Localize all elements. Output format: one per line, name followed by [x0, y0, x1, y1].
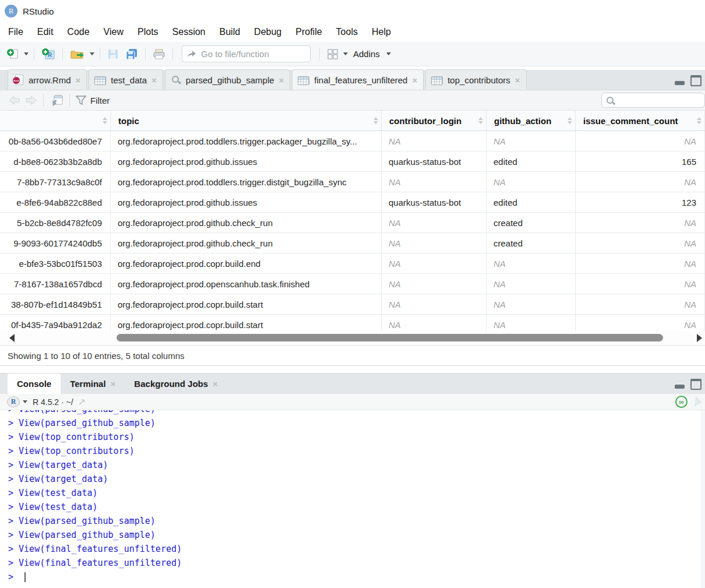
clear-console-icon[interactable] [695, 396, 703, 408]
menu-item[interactable]: Profile [288, 27, 329, 37]
console-output[interactable]: > View(parsed_github_sample) > View(pars… [0, 410, 705, 588]
panes-dropdown-icon[interactable] [343, 52, 348, 55]
addins-button[interactable]: Addins [353, 49, 380, 59]
close-icon[interactable]: × [76, 75, 81, 85]
print-button[interactable] [151, 46, 167, 62]
cell-contributor-login: NA [382, 274, 487, 294]
scroll-right-arrow-icon[interactable] [697, 334, 702, 342]
console-pane-tab[interactable]: Background Jobs × [125, 374, 227, 394]
source-tab[interactable]: parsed_github_sample × [165, 69, 291, 90]
console-scrollbar[interactable] [701, 410, 705, 588]
cell-contributor-login: quarkus-status-bot [382, 152, 487, 171]
scrollbar-thumb[interactable] [117, 334, 663, 341]
new-project-button[interactable]: R [40, 46, 57, 62]
column-header[interactable]: contributor_login [382, 111, 487, 131]
cell-contributor-login: NA [382, 294, 487, 314]
menu-item[interactable]: Edit [30, 27, 61, 37]
sort-icon[interactable] [103, 117, 107, 124]
console-line: > View(target_data) [8, 458, 705, 472]
clipped-console-line: > View(parsed_github_sample) [8, 410, 705, 416]
column-header[interactable]: github_action [487, 111, 576, 131]
source-tab[interactable]: arrow.Rmd × [8, 69, 87, 90]
column-header[interactable]: issue_comment_count [576, 111, 705, 131]
cell-topic: org.fedoraproject.prod.copr.build.start [111, 315, 382, 331]
table-search-input[interactable] [618, 95, 696, 105]
column-header[interactable] [0, 111, 111, 131]
goto-file-search[interactable] [182, 45, 311, 62]
new-file-dropdown-icon[interactable] [24, 52, 29, 55]
cell-row-id: 38-807b-ef1d14849b51 [0, 294, 111, 314]
sort-icon[interactable] [373, 117, 378, 124]
console-pane-tab[interactable]: Console [8, 374, 61, 394]
console-line: > View(final_features_unfiltered) [8, 542, 705, 556]
table-search-box[interactable] [601, 93, 705, 108]
session-suspend-icon[interactable]: ∞ [675, 396, 688, 408]
menu-item[interactable]: Help [365, 27, 398, 37]
sort-icon[interactable] [697, 117, 702, 124]
close-icon[interactable]: × [151, 75, 157, 85]
panes-layout-button[interactable] [325, 46, 340, 62]
menu-item[interactable]: File [1, 27, 30, 37]
close-icon[interactable]: × [213, 379, 218, 389]
maximize-pane-icon[interactable] [690, 379, 702, 390]
cell-issue-comment-count: 123 [576, 192, 705, 212]
cell-github-action: NA [487, 315, 576, 331]
source-tab-bar: arrow.Rmd × test_data × parsed_github_sa… [0, 70, 705, 90]
new-file-button[interactable] [5, 46, 21, 62]
menu-item[interactable]: View [97, 27, 131, 37]
maximize-pane-icon[interactable] [690, 75, 702, 86]
close-icon[interactable]: × [279, 75, 284, 85]
table-row: d-b8e8-0623b3b2a8db org.fedoraproject.pr… [0, 152, 705, 172]
cell-row-id: 7-8167-138a1657dbcd [0, 274, 111, 294]
r-version-dropdown-icon[interactable] [23, 400, 27, 403]
table-status-bar: Showing 1 to 10 of 10 entries, 5 total c… [0, 345, 705, 366]
goto-arrow-icon [186, 50, 196, 58]
source-tab[interactable]: test_data × [89, 69, 163, 90]
forward-arrow-icon[interactable] [24, 95, 37, 105]
toolbar-separator [145, 48, 146, 61]
view-working-dir-icon[interactable]: ↗ [78, 396, 86, 407]
console-prompt[interactable]: > [8, 570, 705, 584]
column-label: topic [118, 116, 139, 126]
open-in-window-icon[interactable] [50, 94, 64, 106]
cell-contributor-login: NA [382, 131, 487, 151]
menu-item[interactable]: Session [165, 27, 213, 37]
minimize-pane-icon[interactable] [675, 81, 685, 85]
close-icon[interactable]: × [412, 75, 417, 85]
r-version-label: R 4.5.2 · ~/ [33, 397, 73, 407]
open-file-button[interactable] [68, 46, 87, 62]
console-pane-tab[interactable]: Terminal × [61, 374, 125, 394]
cell-github-action: NA [487, 131, 576, 151]
minimize-pane-icon[interactable] [675, 385, 685, 389]
close-icon[interactable]: × [515, 75, 520, 85]
sort-icon[interactable] [478, 117, 483, 124]
close-icon[interactable]: × [111, 379, 116, 389]
toolbar-separator [34, 48, 34, 61]
menu-item[interactable]: Build [213, 27, 248, 37]
column-header[interactable]: topic [111, 111, 382, 131]
menu-item[interactable]: Plots [131, 27, 165, 37]
addins-dropdown-icon[interactable] [386, 52, 391, 55]
console-line: > View(parsed_github_sample) [8, 528, 705, 542]
menu-item[interactable]: Debug [247, 27, 288, 37]
source-tab[interactable]: top_contributors × [425, 69, 526, 90]
cell-row-id: d-b8e8-0623b3b2a8db [0, 152, 111, 171]
viewer-toolbar: Filter [0, 90, 705, 111]
menu-item[interactable]: Code [60, 27, 96, 37]
toolbar-separator [172, 48, 173, 61]
sort-icon[interactable] [567, 117, 572, 124]
back-arrow-icon[interactable] [8, 95, 21, 105]
cell-row-id: 0f-b435-7a94ba912da2 [0, 315, 111, 331]
filter-button-label[interactable]: Filter [90, 96, 110, 105]
scroll-left-arrow-icon[interactable] [9, 334, 15, 342]
open-dropdown-icon[interactable] [90, 52, 94, 55]
r-logo-icon[interactable]: R [7, 396, 20, 407]
menu-item[interactable]: Tools [329, 27, 365, 37]
source-tab[interactable]: final_features_unfiltered × [292, 69, 424, 90]
save-button[interactable] [105, 46, 121, 62]
goto-file-input[interactable] [200, 48, 295, 59]
table-row: 38-807b-ef1d14849b51 org.fedoraproject.p… [0, 294, 705, 315]
cell-contributor-login: quarkus-status-bot [382, 192, 487, 212]
filter-icon[interactable] [76, 96, 86, 105]
save-all-button[interactable] [124, 46, 140, 62]
